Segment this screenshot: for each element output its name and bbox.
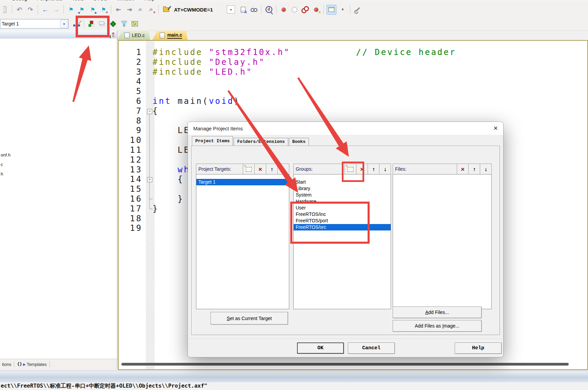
menu-item-debug[interactable]: Debug xyxy=(12,0,27,1)
ok-button[interactable]: OK xyxy=(297,342,344,354)
new-target-icon[interactable]: * xyxy=(243,164,254,174)
command-dropdown-icon[interactable]: ▾ xyxy=(227,5,235,14)
menu-item-window[interactable]: Window xyxy=(117,0,135,1)
tree-item[interactable]: c xyxy=(1,162,3,167)
tree-item[interactable]: h xyxy=(1,171,3,177)
build-output-text: ect\\FreeRTOS\\标准工程-串口+中断定时器+OLED\\Objec… xyxy=(1,383,588,390)
list-item[interactable]: User xyxy=(294,205,391,211)
select-packs-icon[interactable] xyxy=(119,19,129,29)
move-file-up-icon[interactable]: ↑ xyxy=(468,164,480,174)
previous-bookmark-icon[interactable]: ⚑◀ xyxy=(77,5,86,14)
code-line[interactable]: 4 xyxy=(119,77,587,87)
comment-selection-icon[interactable]: ∕≡ xyxy=(136,5,145,14)
indent-right-icon[interactable]: ⇥ xyxy=(125,5,134,14)
insert-breakpoint-icon[interactable] xyxy=(279,5,288,14)
editor-tab-LED.c[interactable]: LED.c xyxy=(117,31,150,40)
windows-list-dropdown-icon[interactable]: ▼ xyxy=(338,5,347,14)
command-input[interactable]: AT+CWMODE=1 xyxy=(174,7,226,13)
list-item[interactable]: Start xyxy=(294,179,391,185)
list-item[interactable]: Library xyxy=(294,185,391,192)
panel-tab-tions[interactable]: tions xyxy=(1,362,12,367)
tree-item[interactable]: onf.h xyxy=(1,152,11,157)
build-toolbar: Target 1 ▾ xyxy=(0,17,588,31)
delete-file-icon[interactable]: × xyxy=(457,164,468,174)
pack-installer-icon[interactable] xyxy=(130,19,139,29)
help-button[interactable]: Help xyxy=(455,342,502,354)
delete-group-icon[interactable]: × xyxy=(356,164,368,174)
groups-list[interactable]: StartLibrarySystemHardwareUserFreeRTOS/i… xyxy=(293,174,391,309)
move-file-down-icon[interactable]: ↓ xyxy=(480,164,491,174)
menu-item-svcs[interactable]: SVCS xyxy=(93,0,107,1)
list-item[interactable]: FreeRTOS/port xyxy=(294,218,391,224)
line-number: 18 xyxy=(119,214,142,224)
project-tree[interactable]: onf.hch xyxy=(0,38,117,359)
move-group-up-icon[interactable]: ↑ xyxy=(368,164,379,174)
navigate-back-icon[interactable]: ← xyxy=(41,5,50,14)
printer-partial-icon[interactable] xyxy=(0,5,9,14)
code-line[interactable]: 6int main(void) xyxy=(119,96,587,106)
dialog-titlebar[interactable]: Manage Project Items × xyxy=(188,122,503,135)
fold-marker-icon[interactable]: − xyxy=(147,177,152,182)
code-line[interactable]: 2#include "Delay.h" xyxy=(119,57,587,67)
move-group-down-icon[interactable]: ↓ xyxy=(379,164,391,174)
line-number: 1 xyxy=(119,48,142,57)
multi-project-workspace-icon[interactable] xyxy=(98,19,107,29)
kill-breakpoints-icon[interactable]: × xyxy=(312,5,321,14)
dialog-close-icon[interactable]: × xyxy=(493,125,498,132)
files-list[interactable] xyxy=(393,174,492,309)
new-group-icon[interactable]: * xyxy=(345,164,356,174)
editor-tab-main.c[interactable]: main.c xyxy=(152,31,188,40)
panel-tab-templates[interactable]: {}▶Templates xyxy=(16,362,47,367)
dialog-tab-folders-extensions[interactable]: Folders/Extensions xyxy=(234,138,288,146)
cancel-button[interactable]: Cancel xyxy=(348,342,395,354)
code-line[interactable]: 5 xyxy=(119,87,587,96)
dialog-tab-project-items[interactable]: Project Items xyxy=(192,136,233,146)
manage-rte-icon[interactable] xyxy=(109,19,118,29)
move-target-up-icon[interactable]: ↑ xyxy=(266,164,277,174)
navigate-forward-icon[interactable]: → xyxy=(52,5,61,14)
delete-target-icon[interactable]: × xyxy=(254,164,266,174)
set-as-current-target-button[interactable]: Set as Current Target xyxy=(211,312,288,324)
toggle-bookmark-icon[interactable]: ⚑ xyxy=(66,5,76,14)
disable-breakpoint-icon[interactable] xyxy=(290,5,299,14)
line-number: 14 xyxy=(119,174,142,184)
windows-list-icon[interactable] xyxy=(327,5,336,15)
list-item[interactable]: FreeRTOS/src xyxy=(294,224,391,230)
manage-project-items-icon[interactable] xyxy=(87,19,96,29)
add-files-button[interactable]: Add Files... xyxy=(393,307,482,318)
target-selector[interactable]: Target 1 ▾ xyxy=(0,19,68,29)
horizontal-scrollbar[interactable] xyxy=(121,363,578,366)
enable-breakpoints-icon[interactable] xyxy=(301,5,310,14)
move-target-down-icon[interactable]: ↓ xyxy=(277,164,289,174)
project-targets-list[interactable]: Target 1 xyxy=(196,174,289,309)
code-line[interactable]: 3#include "LED.h" xyxy=(119,67,587,77)
code-line[interactable]: 1#include "stm32f10x.h"// Device header xyxy=(119,48,587,57)
find-in-files-icon[interactable]: A xyxy=(238,5,248,14)
list-item[interactable]: Target 1 xyxy=(196,179,289,185)
menu-item-help[interactable]: Help xyxy=(144,0,155,1)
code-text: #include "Delay.h" xyxy=(153,57,265,67)
next-bookmark-icon[interactable]: ⚑▶ xyxy=(88,5,97,14)
menu-item-tools[interactable]: Tools xyxy=(72,0,84,1)
close-icon[interactable]: x xyxy=(112,31,114,38)
list-item[interactable]: Hardware xyxy=(294,198,391,205)
fold-marker-icon[interactable]: − xyxy=(147,109,152,114)
indent-left-icon[interactable]: ⇤ xyxy=(114,5,123,14)
menu-item-peripherals[interactable]: Peripherals xyxy=(37,0,62,1)
add-files-as-image-button[interactable]: Add Files as Image... xyxy=(393,320,482,332)
clear-bookmarks-icon[interactable]: ⚑× xyxy=(99,5,108,14)
redo-icon[interactable]: ↷ xyxy=(26,5,35,14)
list-item[interactable]: System xyxy=(294,192,391,198)
configure-icon[interactable] xyxy=(353,5,362,14)
chevron-down-icon[interactable]: ▾ xyxy=(60,19,68,28)
uncomment-selection-icon[interactable]: ∕≡× xyxy=(146,5,156,14)
find-next-icon[interactable]: ↓ xyxy=(249,5,258,14)
undo-icon[interactable]: ↶ xyxy=(15,5,24,14)
options-for-target-icon[interactable] xyxy=(72,19,81,29)
code-line[interactable]: 7−{ xyxy=(119,106,587,116)
define-find-icon[interactable]: d xyxy=(264,5,273,14)
dialog-tab-books[interactable]: Books xyxy=(289,138,309,146)
open-command-file-icon[interactable] xyxy=(161,5,171,14)
list-item[interactable]: FreeRTOS/inc xyxy=(294,211,391,218)
scrollbar-thumb[interactable] xyxy=(121,363,569,366)
